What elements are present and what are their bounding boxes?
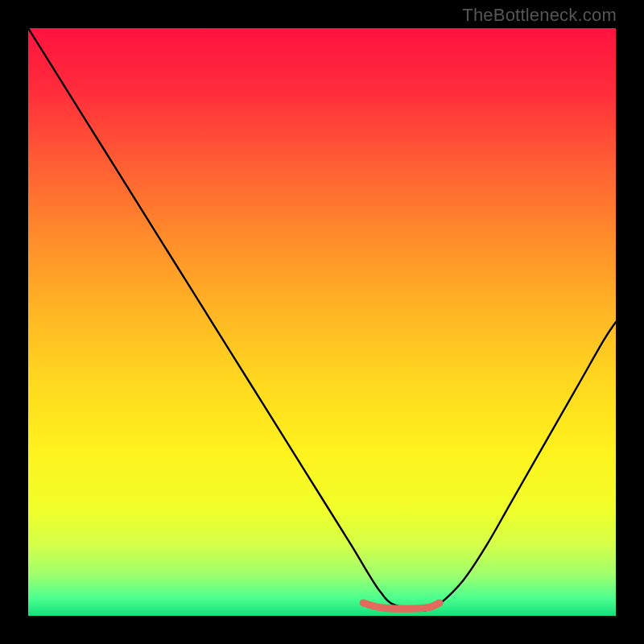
watermark-text: TheBottleneck.com	[462, 5, 617, 26]
bottleneck-curve-path	[28, 28, 616, 611]
highlight-band-path	[363, 603, 440, 609]
plot-area	[28, 28, 616, 616]
chart-frame: TheBottleneck.com	[0, 0, 644, 644]
curve-layer	[28, 28, 616, 616]
